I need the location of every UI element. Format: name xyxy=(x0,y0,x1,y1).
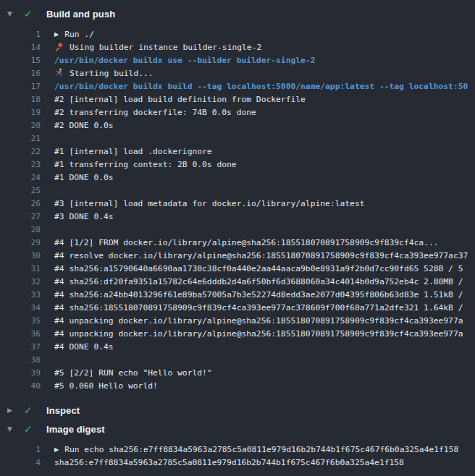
line-number[interactable]: 36 xyxy=(0,328,41,341)
log-text: #3 [internal] load metadata for docker.i… xyxy=(41,197,364,211)
line-number[interactable]: 22 xyxy=(0,145,41,158)
line-number[interactable]: 15 xyxy=(0,54,41,67)
line-number[interactable]: 21 xyxy=(0,132,41,145)
log-text xyxy=(41,224,54,237)
line-number[interactable]: 24 xyxy=(0,171,41,184)
log-text: #4 [1/2] FROM docker.io/library/alpine@s… xyxy=(41,237,439,250)
log-text: #4 sha256:a15790640a6690aa1730c38cf0a440… xyxy=(41,263,463,276)
pushpin-icon xyxy=(54,42,64,51)
log-text: #2 transferring dockerfile: 74B 0.0s don… xyxy=(41,106,256,119)
log-text: ▶Run ./ xyxy=(41,28,94,41)
log-line: 26#3 [internal] load metadata for docker… xyxy=(0,197,475,211)
line-number[interactable]: 29 xyxy=(0,237,41,250)
line-number[interactable]: 1 xyxy=(0,443,41,456)
line-number[interactable]: 30 xyxy=(0,250,41,263)
section-title: Build and push xyxy=(46,9,115,20)
log-line: 33#4 sha256:a24bb4013296f61e89ba57005a7b… xyxy=(0,289,475,302)
log-text: #4 DONE 0.4s xyxy=(41,341,114,354)
log-text: #4 sha256:a24bb4013296f61e89ba57005a7b3e… xyxy=(41,289,463,302)
actions-log-viewer: ▼✓Build and push1▶Run ./14Using builder … xyxy=(0,0,475,469)
section-build-and-push: ▼✓Build and push1▶Run ./14Using builder … xyxy=(0,4,475,393)
log-line: 4sha256:e7ff8834a5963a2785c5a0811e979d16… xyxy=(0,456,475,469)
chevron-down-icon[interactable]: ▼ xyxy=(7,11,17,17)
chevron-right-icon[interactable]: ▶ xyxy=(7,407,17,414)
log-line: 14Using builder instance builder-single-… xyxy=(0,41,475,54)
check-icon: ✓ xyxy=(24,424,37,434)
log-text: #1 DONE 0.0s xyxy=(41,171,114,184)
log-text: #4 unpacking docker.io/library/alpine@sh… xyxy=(41,328,463,341)
log-line: 38 xyxy=(0,354,475,367)
section-header-image-digest[interactable]: ▼✓Image digest xyxy=(0,420,475,438)
line-number[interactable]: 26 xyxy=(0,197,41,211)
log-text: ▶Run echo sha256:e7ff8834a5963a2785c5a08… xyxy=(41,443,458,456)
log-text: #2 DONE 0.0s xyxy=(41,119,114,132)
line-number[interactable]: 31 xyxy=(0,263,41,276)
line-number[interactable]: 35 xyxy=(0,315,41,328)
line-number[interactable]: 40 xyxy=(0,380,41,393)
line-number[interactable]: 27 xyxy=(0,211,41,224)
section-inspect: ▶✓Inspect xyxy=(0,401,475,420)
log-text: #4 unpacking docker.io/library/alpine@sh… xyxy=(41,315,463,328)
log-line: 28 xyxy=(0,224,475,237)
log-text: #5 0.060 Hello world! xyxy=(41,380,158,393)
log-line: 1▶Run echo sha256:e7ff8834a5963a2785c5a0… xyxy=(0,443,475,456)
log-text: sha256:e7ff8834a5963a2785c5a0811e979d16b… xyxy=(41,456,404,469)
line-number[interactable]: 38 xyxy=(0,354,41,367)
log-line: 16Starting build... xyxy=(0,67,475,80)
line-number[interactable]: 37 xyxy=(0,341,41,354)
line-number[interactable]: 25 xyxy=(0,184,41,197)
line-number[interactable]: 14 xyxy=(0,41,41,54)
run-group-toggle-icon[interactable]: ▶ xyxy=(54,443,59,456)
line-number[interactable]: 39 xyxy=(0,367,41,380)
run-group-toggle-icon[interactable]: ▶ xyxy=(54,28,59,41)
log-text xyxy=(41,354,54,367)
line-number[interactable]: 32 xyxy=(0,276,41,289)
section-title: Inspect xyxy=(46,405,80,416)
log-line: 36#4 unpacking docker.io/library/alpine@… xyxy=(0,328,475,341)
line-number[interactable]: 34 xyxy=(0,302,41,315)
line-number[interactable]: 19 xyxy=(0,106,41,119)
line-number[interactable]: 28 xyxy=(0,224,41,237)
log-line: 23#1 transferring context: 2B 0.0s done xyxy=(0,158,475,171)
line-number[interactable]: 18 xyxy=(0,93,41,106)
log-line: 37#4 DONE 0.4s xyxy=(0,341,475,354)
line-number[interactable]: 4 xyxy=(0,456,41,469)
section-log-image-digest: 1▶Run echo sha256:e7ff8834a5963a2785c5a0… xyxy=(0,443,475,469)
log-text: #2 [internal] load build definition from… xyxy=(41,93,306,106)
log-text xyxy=(41,132,54,145)
log-text xyxy=(41,184,54,197)
log-text: #5 [2/2] RUN echo "Hello world!" xyxy=(41,367,212,380)
log-line: 15/usr/bin/docker buildx use --builder b… xyxy=(0,54,475,67)
log-text: #4 sha256:df20fa9351a15782c64e6dddb2d4a6… xyxy=(41,276,463,289)
section-header-build-and-push[interactable]: ▼✓Build and push xyxy=(0,4,475,23)
log-text: /usr/bin/docker buildx use --builder bui… xyxy=(41,54,315,67)
log-line: 19#2 transferring dockerfile: 74B 0.0s d… xyxy=(0,106,475,119)
log-text: Using builder instance builder-single-2 xyxy=(41,41,261,54)
log-line: 40#5 0.060 Hello world! xyxy=(0,380,475,393)
section-log-build-and-push: 1▶Run ./14Using builder instance builder… xyxy=(0,28,475,393)
chevron-down-icon[interactable]: ▼ xyxy=(7,426,17,433)
log-line: 34#4 sha256:185518070891758909c9f839cf4c… xyxy=(0,302,475,315)
line-number[interactable]: 17 xyxy=(0,80,41,93)
log-line: 39#5 [2/2] RUN echo "Hello world!" xyxy=(0,367,475,380)
line-number[interactable]: 1 xyxy=(0,28,41,41)
section-image-digest: ▼✓Image digest1▶Run echo sha256:e7ff8834… xyxy=(0,420,475,469)
log-text: #1 [internal] load .dockerignore xyxy=(41,145,212,158)
log-line: 24#1 DONE 0.0s xyxy=(0,171,475,184)
log-text: #4 sha256:185518070891758909c9f839cf4ca3… xyxy=(41,302,463,315)
log-line: 32#4 sha256:df20fa9351a15782c64e6dddb2d4… xyxy=(0,276,475,289)
log-line: 27#3 DONE 0.4s xyxy=(0,211,475,224)
section-title: Image digest xyxy=(46,424,105,435)
section-header-inspect[interactable]: ▶✓Inspect xyxy=(0,401,475,420)
log-line: 22#1 [internal] load .dockerignore xyxy=(0,145,475,158)
line-number[interactable]: 33 xyxy=(0,289,41,302)
line-number[interactable]: 20 xyxy=(0,119,41,132)
log-line: 25 xyxy=(0,184,475,197)
log-text: #4 resolve docker.io/library/alpine@sha2… xyxy=(41,250,468,263)
log-line: 18#2 [internal] load build definition fr… xyxy=(0,93,475,106)
log-line: 1▶Run ./ xyxy=(0,28,475,41)
check-icon: ✓ xyxy=(24,9,37,19)
log-text: #3 DONE 0.4s xyxy=(41,211,114,224)
line-number[interactable]: 23 xyxy=(0,158,41,171)
line-number[interactable]: 16 xyxy=(0,67,41,80)
